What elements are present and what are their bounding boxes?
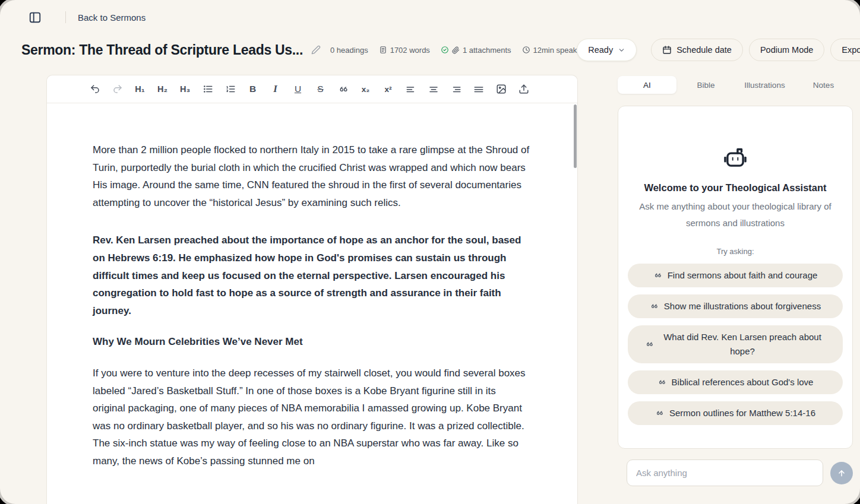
sidebar-toggle-button[interactable] <box>26 8 44 26</box>
attachments-count-label: 1 attachments <box>463 46 511 55</box>
edit-title-icon[interactable] <box>311 45 321 55</box>
align-left-icon <box>406 84 416 94</box>
status-ready-button[interactable]: Ready <box>577 39 637 61</box>
export-button[interactable]: Export <box>830 39 860 61</box>
suggestion-chip[interactable]: Sermon outlines for Matthew 5:14-16 <box>628 401 843 425</box>
podium-mode-button[interactable]: Podium Mode <box>749 39 824 61</box>
quote-icon <box>650 302 658 310</box>
bullet-list-icon <box>203 84 213 94</box>
undo-button[interactable] <box>87 80 102 98</box>
quote-icon <box>338 84 348 94</box>
section-heading[interactable]: Why We Mourn Celebrities We’ve Never Met <box>93 333 531 351</box>
calendar-icon <box>662 45 672 55</box>
align-right-icon <box>451 84 461 94</box>
attachments-count: 1 attachments <box>441 46 511 55</box>
heading1-button[interactable]: H₁ <box>132 80 147 98</box>
editor-scrollbar[interactable] <box>574 104 577 168</box>
header-row: Sermon: The Thread of Scripture Leads Us… <box>21 37 837 63</box>
tab-illustrations[interactable]: Illustrations <box>735 76 794 94</box>
undo-icon <box>90 84 100 94</box>
paragraph[interactable]: More than 2 million people flocked to no… <box>93 141 531 211</box>
assistant-welcome-title: Welcome to your Theological Assistant <box>618 182 852 194</box>
assistant-welcome-subtitle: Ask me anything about your theological l… <box>634 198 837 232</box>
suggestion-chip[interactable]: What did Rev. Ken Larsen preach about ho… <box>628 325 843 363</box>
insert-image-button[interactable] <box>494 80 508 98</box>
suggestion-list: Find sermons about faith and courage Sho… <box>628 264 843 425</box>
bullet-list-button[interactable] <box>200 80 215 98</box>
schedule-date-button[interactable]: Schedule date <box>651 39 743 61</box>
arrow-up-icon <box>837 468 846 478</box>
app-window: Back to Sermons Sermon: The Thread of Sc… <box>0 0 860 504</box>
ordered-list-button[interactable] <box>223 80 238 98</box>
align-center-icon <box>428 84 439 94</box>
chat-input[interactable] <box>627 459 823 486</box>
clock-icon <box>522 46 530 54</box>
suggestion-label: Sermon outlines for Matthew 5:14-16 <box>669 406 815 420</box>
document-icon <box>379 46 387 54</box>
superscript-button[interactable]: x² <box>381 80 396 98</box>
align-justify-button[interactable] <box>471 80 486 98</box>
suggestion-label: Find sermons about faith and courage <box>668 268 818 283</box>
speak-time-label: 12min speak <box>533 46 577 55</box>
suggestion-label: What did Rev. Ken Larsen preach about ho… <box>659 330 826 359</box>
status-ready-label: Ready <box>588 45 613 55</box>
heading3-button[interactable]: H₃ <box>178 80 192 98</box>
align-center-button[interactable] <box>426 80 441 98</box>
schedule-date-label: Schedule date <box>676 45 732 55</box>
topbar-divider <box>65 11 66 23</box>
bold-button[interactable]: B <box>245 80 260 98</box>
quote-icon <box>645 340 653 348</box>
upload-icon <box>518 84 529 94</box>
chevron-down-icon <box>618 46 625 54</box>
suggestion-label: Biblical references about God's love <box>672 375 814 389</box>
quote-icon <box>653 271 662 280</box>
topbar: Back to Sermons <box>26 7 146 27</box>
send-button[interactable] <box>830 462 853 484</box>
paragraph[interactable]: If you were to venture into the deep rec… <box>93 364 531 470</box>
editor-card: H₁ H₂ H₃ B I U S x₂ x² More than 2 milli… <box>46 75 578 504</box>
suggestion-chip[interactable]: Show me illustrations about forgiveness <box>628 294 843 318</box>
assistant-panel: AI Bible Illustrations Notes Welcome to … <box>618 76 853 486</box>
redo-button[interactable] <box>110 80 125 98</box>
export-label: Export <box>842 45 860 55</box>
align-right-button[interactable] <box>448 80 463 98</box>
word-count: 1702 words <box>379 46 430 55</box>
panel-left-icon <box>29 11 42 24</box>
quote-icon <box>655 409 663 417</box>
panel-tabs: AI Bible Illustrations Notes <box>618 76 853 94</box>
align-justify-icon <box>473 84 484 94</box>
page-title: Sermon: The Thread of Scripture Leads Us… <box>21 42 303 58</box>
speak-time: 12min speak <box>522 46 577 55</box>
align-left-button[interactable] <box>403 80 418 98</box>
paragraph-bold[interactable]: Rev. Ken Larsen preached about the impor… <box>93 232 531 319</box>
strikethrough-button[interactable]: S <box>313 80 328 98</box>
podium-mode-label: Podium Mode <box>760 45 813 55</box>
suggestion-chip[interactable]: Find sermons about faith and courage <box>628 264 843 287</box>
chat-input-row <box>618 459 853 486</box>
suggestion-chip[interactable]: Biblical references about God's love <box>628 370 843 394</box>
underline-button[interactable]: U <box>290 80 305 98</box>
italic-button[interactable]: I <box>268 80 283 98</box>
upload-button[interactable] <box>516 80 531 98</box>
headings-count: 0 headings <box>330 46 368 55</box>
word-count-label: 1702 words <box>390 46 430 55</box>
tab-notes[interactable]: Notes <box>794 76 853 94</box>
editor-toolbar: H₁ H₂ H₃ B I U S x₂ x² <box>47 75 577 103</box>
redo-icon <box>112 84 123 94</box>
tab-bible[interactable]: Bible <box>676 76 735 94</box>
document-meta: 0 headings 1702 words 1 attachments <box>330 46 577 55</box>
check-circle-icon <box>441 46 449 54</box>
tab-ai[interactable]: AI <box>618 76 676 94</box>
robot-icon <box>618 145 852 173</box>
back-to-sermons-link[interactable]: Back to Sermons <box>78 12 146 23</box>
try-asking-label: Try asking: <box>618 247 852 256</box>
subscript-button[interactable]: x₂ <box>358 80 373 98</box>
headings-count-label: 0 headings <box>330 46 368 55</box>
heading2-button[interactable]: H₂ <box>155 80 170 98</box>
paperclip-icon <box>452 46 460 54</box>
ordered-list-icon <box>225 84 236 94</box>
quote-icon <box>657 378 666 386</box>
sermon-document[interactable]: More than 2 million people flocked to no… <box>47 103 577 470</box>
image-icon <box>496 84 507 94</box>
blockquote-button[interactable] <box>336 80 350 98</box>
